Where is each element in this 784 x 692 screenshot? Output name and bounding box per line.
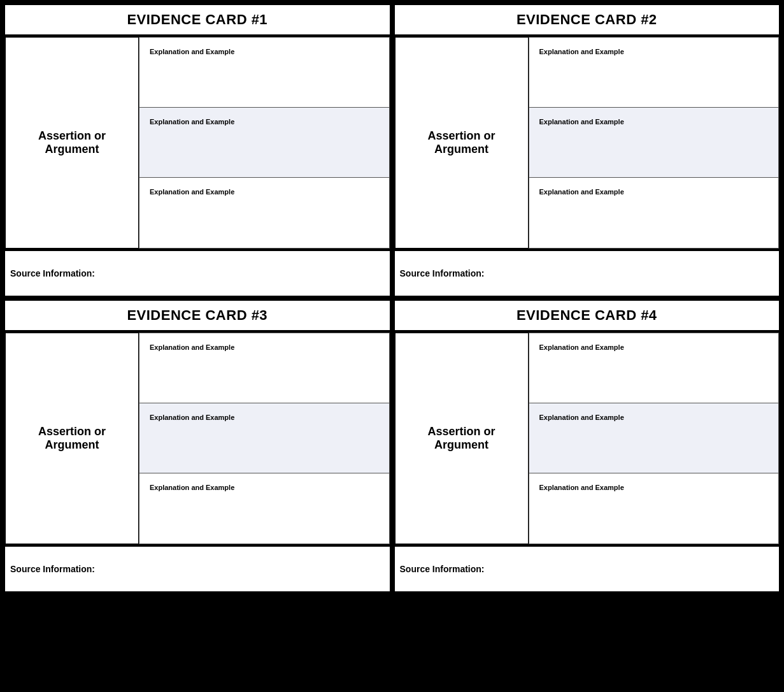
card-3-header: EVIDENCE CARD #3 — [5, 301, 390, 330]
card-1-title: EVIDENCE CARD #1 — [11, 11, 383, 28]
card-2-source-label: Source Information: — [400, 268, 485, 278]
card-3-explanation-2[interactable]: Explanation and Example — [139, 403, 389, 473]
card-3-body: Assertion or Argument Explanation and Ex… — [5, 333, 390, 544]
card-2-body: Assertion or Argument Explanation and Ex… — [395, 37, 780, 249]
card-1-explanation-1[interactable]: Explanation and Example — [139, 38, 389, 108]
card-4-source-label: Source Information: — [400, 564, 485, 574]
evidence-card-1: EVIDENCE CARD #1 Assertion or Argument E… — [5, 5, 390, 296]
evidence-card-3: EVIDENCE CARD #3 Assertion or Argument E… — [5, 301, 390, 591]
card-1-explanations: Explanation and Example Explanation and … — [139, 37, 390, 249]
card-3-title: EVIDENCE CARD #3 — [11, 307, 383, 324]
card-1-assertion: Assertion or Argument — [5, 37, 139, 249]
card-2-header: EVIDENCE CARD #2 — [395, 5, 780, 34]
card-4-assertion-text: Assertion or Argument — [406, 425, 518, 452]
card-4-assertion: Assertion or Argument — [395, 333, 529, 544]
card-4-source: Source Information: — [395, 547, 780, 591]
card-4-explanation-2[interactable]: Explanation and Example — [529, 403, 779, 473]
card-3-explanation-3[interactable]: Explanation and Example — [139, 473, 389, 544]
card-2-source: Source Information: — [395, 251, 780, 296]
card-3-explanations: Explanation and Example Explanation and … — [139, 333, 390, 544]
card-4-body: Assertion or Argument Explanation and Ex… — [395, 333, 780, 544]
card-2-assertion-text: Assertion or Argument — [406, 129, 518, 156]
card-2-explanations: Explanation and Example Explanation and … — [529, 37, 780, 249]
card-1-body: Assertion or Argument Explanation and Ex… — [5, 37, 390, 249]
card-3-assertion: Assertion or Argument — [5, 333, 139, 544]
card-2-explanation-3[interactable]: Explanation and Example — [529, 178, 779, 248]
card-1-header: EVIDENCE CARD #1 — [5, 5, 390, 34]
card-1-source: Source Information: — [5, 251, 390, 296]
card-1-explanation-2[interactable]: Explanation and Example — [139, 108, 389, 178]
evidence-card-2: EVIDENCE CARD #2 Assertion or Argument E… — [395, 5, 780, 296]
card-4-header: EVIDENCE CARD #4 — [395, 301, 780, 330]
card-4-explanation-3[interactable]: Explanation and Example — [529, 473, 779, 544]
card-2-title: EVIDENCE CARD #2 — [401, 11, 773, 28]
card-3-source-label: Source Information: — [10, 564, 95, 574]
card-4-title: EVIDENCE CARD #4 — [401, 307, 773, 324]
card-2-assertion: Assertion or Argument — [395, 37, 529, 249]
card-3-assertion-text: Assertion or Argument — [16, 425, 128, 452]
card-3-source: Source Information: — [5, 547, 390, 591]
evidence-card-4: EVIDENCE CARD #4 Assertion or Argument E… — [395, 301, 780, 591]
card-1-source-label: Source Information: — [10, 268, 95, 278]
card-2-explanation-2[interactable]: Explanation and Example — [529, 108, 779, 178]
page-grid: EVIDENCE CARD #1 Assertion or Argument E… — [5, 5, 779, 591]
card-3-explanation-1[interactable]: Explanation and Example — [139, 333, 389, 403]
card-4-explanations: Explanation and Example Explanation and … — [529, 333, 780, 544]
card-1-assertion-text: Assertion or Argument — [16, 129, 128, 156]
card-1-explanation-3[interactable]: Explanation and Example — [139, 178, 389, 248]
card-2-explanation-1[interactable]: Explanation and Example — [529, 38, 779, 108]
card-4-explanation-1[interactable]: Explanation and Example — [529, 333, 779, 403]
